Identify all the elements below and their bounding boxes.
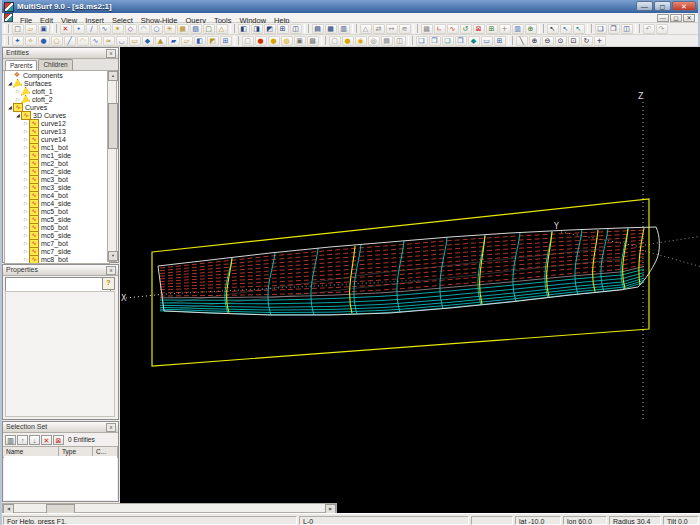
hide-entity-icon[interactable]: ▢ [242,36,254,46]
measure-angle-icon[interactable]: ∟ [434,24,446,34]
help-icon[interactable]: ? [102,277,115,290]
tree-item-mc5_side[interactable]: ▷∿mc5_side [5,215,109,223]
highlight-entity-icon[interactable]: ◆ [468,36,480,46]
insert-cube-icon[interactable]: ▧ [190,24,202,34]
create-point-icon[interactable]: ✦ [12,36,24,46]
tree-item-cloft_1[interactable]: ▷cloft_1 [5,87,109,95]
close-button[interactable]: ✕ [672,1,696,11]
crosshair-icon[interactable]: + [499,24,511,34]
tree-item-components[interactable]: ❖Components [5,71,109,79]
visibility-bulb-icon[interactable]: ● [342,36,354,46]
insert-point-icon[interactable]: • [73,24,85,34]
create-bead-icon[interactable]: ✧ [25,36,37,46]
move-down-icon[interactable]: ↓ [29,435,40,445]
visibility-ring-icon[interactable]: ◎ [368,36,380,46]
entities-tree[interactable]: ❖Components◢Surfaces▷cloft_1▷cloft_2◢∿Cu… [4,70,110,264]
stretch-tool-icon[interactable]: ⇄ [373,24,385,34]
copy-add-icon[interactable]: ❐ [429,36,441,46]
create-frame-icon[interactable]: ◩ [207,36,219,46]
mdi-close-button[interactable]: ✕ [683,14,695,22]
show-mesh-icon[interactable]: ▩ [307,36,319,46]
rotate-view-icon[interactable]: ↻ [581,36,593,46]
tree-item-mc4_side[interactable]: ▷∿mc4_side [5,199,109,207]
insert-cone-icon[interactable]: △ [216,24,228,34]
target-tool-icon[interactable]: ⊕ [525,24,537,34]
expander-icon[interactable]: ▷ [15,88,21,94]
tree-item-mc2_bot[interactable]: ▷∿mc2_bot [5,159,109,167]
create-blend-surface-icon[interactable]: ▲ [155,36,167,46]
view-hidden-line-icon[interactable]: ◩ [264,24,276,34]
create-grid-icon[interactable]: ⊞ [220,36,232,46]
expander-icon[interactable]: ◢ [7,80,13,86]
create-line-icon[interactable]: ╱ [64,36,76,46]
sketch-line-icon[interactable]: ╲ [516,36,528,46]
insert-polygon-icon[interactable]: ◇ [125,24,137,34]
properties-grid-icon[interactable]: ⊞ [494,36,506,46]
insert-line-icon[interactable]: ∕ [86,24,98,34]
insert-star-icon[interactable]: ✶ [112,24,124,34]
tree-item-mc2_side[interactable]: ▷∿mc2_side [5,167,109,175]
create-ring-icon[interactable]: ○ [51,36,63,46]
3d-viewport[interactable]: Z X Y [120,47,700,513]
horizontal-scrollbar[interactable]: ◀ ▶ [2,503,337,513]
tree-item-curve12[interactable]: ▷∿curve12 [5,119,109,127]
tree-item-mc7_side[interactable]: ▷∿mc7_side [5,247,109,255]
tab-children[interactable]: Children [38,59,72,70]
view-split-icon[interactable]: ◫ [290,24,302,34]
grid-table-icon[interactable]: ▥ [338,24,350,34]
new-file-icon[interactable]: □ [12,24,24,34]
open-folder-icon[interactable]: ▱ [25,24,37,34]
add-mark-icon[interactable]: ⊞ [486,24,498,34]
create-tangent-icon[interactable]: ▭ [129,36,141,46]
create-snake-icon[interactable]: ◡ [116,36,128,46]
tree-item-curve13[interactable]: ▷∿curve13 [5,127,109,135]
create-ruled-surface-icon[interactable]: ▰ [168,36,180,46]
redo-icon[interactable]: ↷ [656,24,668,34]
offsets-table-icon[interactable]: ▤ [312,24,324,34]
tree-item-mc6_bot[interactable]: ▷∿mc6_bot [5,223,109,231]
insert-circle-icon[interactable]: ○ [151,24,163,34]
rename-entity-icon[interactable]: ▭ [481,36,493,46]
undo-icon[interactable]: ↶ [643,24,655,34]
remove-item-icon[interactable]: ✕ [41,435,52,445]
view-four-pane-icon[interactable]: ⊞ [277,24,289,34]
create-magnet-icon[interactable]: ● [38,36,50,46]
panel-tool-icon[interactable]: ▥ [512,24,524,34]
visibility-split-icon[interactable]: ◫ [394,36,406,46]
expander-icon[interactable]: ▷ [15,96,21,102]
insert-mesh-icon[interactable]: ▦ [177,24,189,34]
tree-item-3d-curves[interactable]: ◢∿3D Curves [5,111,109,119]
select-add-icon[interactable]: ↖ [560,24,572,34]
tree-item-mc4_bot[interactable]: ▷∿mc4_bot [5,191,109,199]
document-icon[interactable] [4,13,13,22]
flex-tool-icon[interactable]: ↔ [386,24,398,34]
create-ccurve-icon[interactable]: ≈ [103,36,115,46]
show-red-bulb-icon[interactable]: ● [255,36,267,46]
duplicate-entity-icon[interactable]: ❐ [455,36,467,46]
grid-toggle-icon[interactable]: ▩ [421,24,433,34]
move-up-icon[interactable]: ↑ [17,435,28,445]
window-cascade-icon[interactable]: ❑ [595,24,607,34]
window-tile-icon[interactable]: ❒ [608,24,620,34]
tree-item-mc1_side[interactable]: ▷∿mc1_side [5,151,109,159]
delete-mark-icon[interactable]: ⊠ [473,24,485,34]
tree-item-surfaces[interactable]: ◢Surfaces [5,79,109,87]
select-polygon-icon[interactable]: ↖ [573,24,585,34]
show-bulb-grid-icon[interactable]: ◍ [281,36,293,46]
window-split-icon[interactable]: ◫ [621,24,633,34]
insert-prism-icon[interactable]: ▢ [203,24,215,34]
minimize-button[interactable]: — [636,1,653,11]
measure-curvature-icon[interactable]: ∿ [447,24,459,34]
scroll-down-icon[interactable]: ▼ [108,251,118,261]
close-icon[interactable]: x [106,49,116,58]
zoom-out-icon[interactable]: ⊖ [542,36,554,46]
insert-arc-icon[interactable]: ◠ [138,24,150,34]
tree-item-mc1_bot[interactable]: ▷∿mc1_bot [5,143,109,151]
properties-panel-title[interactable]: Properties x [3,265,118,276]
view-wireframe-icon[interactable]: ◧ [238,24,250,34]
create-bcurve-icon[interactable]: ∿ [90,36,102,46]
create-loft-surface-icon[interactable]: ◆ [142,36,154,46]
create-rev-surface-icon[interactable]: ▱ [181,36,193,46]
tree-item-mc7_bot[interactable]: ▷∿mc7_bot [5,239,109,247]
paste-entity-icon[interactable]: ❏ [442,36,454,46]
